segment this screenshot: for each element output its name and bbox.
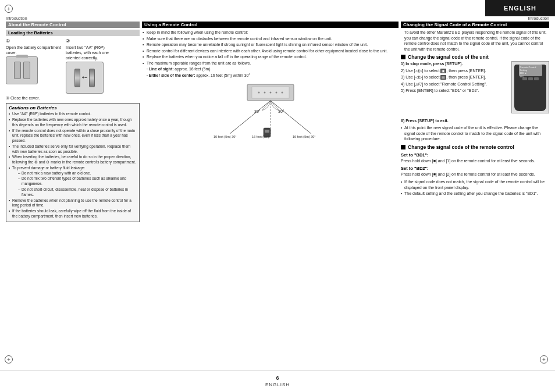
svg-text:30°: 30°	[254, 109, 261, 113]
step6-label: 6) Press [SETUP] to exit.	[401, 118, 549, 124]
caution-item: When inserting the batteries, be careful…	[9, 155, 137, 165]
language-bar: ENGLISH	[485, 0, 555, 16]
subsection1-title: Change the signal code of the unit	[408, 54, 489, 60]
caution-item: Replace the batteries with new ones appr…	[9, 117, 137, 128]
battery-plus: +−	[82, 75, 87, 80]
set-bd2-label: Set to "BD2":	[401, 166, 549, 171]
remote-body: Remote Control Setting BD1 ● BD2	[514, 65, 546, 111]
footer-page-number: 6	[276, 375, 279, 381]
either-side-label: · Either side of the center:	[147, 73, 195, 77]
step6-area: 6) Press [SETUP] to exit. • At this poin…	[401, 118, 549, 142]
svg-point-2	[258, 92, 259, 94]
cautions-list: Use "AA" (R6P) batteries in this remote …	[9, 112, 137, 219]
svg-point-5	[275, 92, 277, 94]
corner-decoration-tl	[5, 5, 15, 15]
section-title-about-remote: About the Remote Control	[6, 22, 140, 28]
mid-body: Keep in mind the following when using th…	[142, 30, 399, 78]
svg-line-8	[271, 101, 311, 134]
caution-item: If the batteries should leak, carefully …	[9, 209, 137, 219]
set-bd2-desc: Press hold down [■] and [2] on the remot…	[401, 172, 549, 177]
remote-buttons	[514, 77, 546, 80]
caution-item: The included batteries serve only for ve…	[9, 144, 137, 155]
mid-section-title: Using a Remote Control	[142, 22, 399, 28]
battery-insert-image: +−	[66, 62, 104, 94]
set-bd1-desc: Press hold down [■] and [1] on the remot…	[401, 158, 549, 164]
mid-bullet: The maximum operable ranges from the uni…	[142, 60, 399, 66]
step3-label: Close the cover.	[10, 96, 40, 100]
cautions-title: Cautions on Batteries	[9, 105, 137, 111]
square-icon-2	[401, 145, 405, 149]
step-1: ① Open the battery compartment cover.	[6, 38, 61, 94]
caution-sub-item: Do not mix two different types of batter…	[18, 176, 137, 187]
subsection1-header: Change the signal code of the unit	[401, 54, 549, 60]
cautions-box: Cautions on Batteries Use "AA" (R6P) bat…	[6, 103, 140, 222]
battery-2	[89, 69, 95, 87]
language-label: ENGLISH	[504, 5, 536, 12]
header-right: Introduction	[528, 16, 549, 20]
note-2: The default setting and the setting afte…	[401, 191, 549, 197]
step1-text: Open the battery compartment cover.	[6, 45, 61, 55]
svg-text:16 feet (5m) 30°: 16 feet (5m) 30°	[293, 135, 316, 138]
remote-btn-1	[522, 77, 527, 80]
svg-point-3	[264, 92, 265, 94]
subsection2-header: Change the signal code of the remote con…	[401, 144, 549, 150]
battery-slot-2	[23, 62, 30, 79]
caution-item: Use "AA" (R6P) batteries in this remote …	[9, 112, 137, 117]
remote-btn-2	[528, 77, 533, 80]
mid-bullet: Replace the batteries when you notice a …	[142, 54, 399, 60]
caution-item: To prevent damage or battery fluid leaka…	[9, 166, 137, 198]
caution-item: If the remote control does not operate w…	[9, 129, 137, 144]
line-of-sight-label: · Line of sight:	[147, 67, 173, 71]
range-svg: 30° 30° 16 feet (5m) 30° 16 feet (5m) 16…	[212, 81, 329, 140]
right-column: Changing the Signal Code of a Remote Con…	[401, 22, 549, 366]
remote-image: Remote Control Setting BD1 ● BD2	[511, 61, 549, 113]
mid-bullet: Remote operation may become unreliable i…	[142, 42, 399, 48]
subsection2-title: Change the signal code of the remote con…	[408, 144, 514, 150]
step2-text: Insert two "AA" (R6P) batteries, with ea…	[66, 45, 121, 60]
footer: 6 ENGLISH	[0, 370, 555, 392]
svg-text:30°: 30°	[278, 109, 284, 113]
range-diagram: 30° 30° 16 feet (5m) 30° 16 feet (5m) 16…	[142, 81, 399, 140]
remote-btn-3	[534, 77, 539, 80]
middle-column: Using a Remote Control Keep in mind the …	[142, 22, 399, 366]
battery-slot-1	[14, 62, 21, 79]
header-row: Introduction Introduction	[6, 16, 549, 20]
right-intro: To avoid the other Marantz's BD players …	[401, 30, 549, 52]
svg-point-6	[281, 92, 283, 94]
either-side-row: · Either side of the center: approx. 16 …	[142, 73, 399, 79]
remote-screen: Remote Control Setting BD1 ● BD2	[519, 65, 542, 76]
header-left: Introduction	[6, 16, 27, 20]
cautions-sub-list: Do not mix a new battery with an old one…	[12, 171, 137, 198]
mid-bullet: Make sure that there are no obstacles be…	[142, 36, 399, 42]
mid-bullet: Remote control for different devices can…	[142, 48, 399, 54]
subsection-title-loading: Loading the Batteries	[6, 30, 140, 36]
step6-desc: • At this point the new signal code of t…	[401, 125, 549, 142]
svg-text:16 feet (5m): 16 feet (5m)	[252, 135, 269, 138]
right-section-title: Changing the Signal Code of a Remote Con…	[401, 22, 549, 28]
square-icon-1	[401, 55, 405, 59]
line-of-sight-value: approx. 16 feet (5m)	[175, 67, 210, 71]
step2-num: ②	[66, 38, 70, 44]
battery-1	[74, 69, 80, 87]
signal-section: Set to "BD1": Press hold down [■] and [1…	[401, 152, 549, 177]
footer-language-label: ENGLISH	[265, 382, 290, 387]
step3-num: ③	[6, 96, 9, 100]
note-bullets: If the signal code does not match, the s…	[401, 179, 549, 197]
mid-bullet: Keep in mind the following when using th…	[142, 30, 399, 35]
right-intro-text: To avoid the other Marantz's BD players …	[401, 30, 549, 52]
battery-compartment-image	[6, 56, 38, 84]
line-of-sight-row: · Line of sight: approx. 16 feet (5m)	[142, 66, 399, 72]
caution-sub-item: Do not mix a new battery with an old one…	[18, 171, 137, 176]
remote-image-container: Remote Control Setting BD1 ● BD2	[509, 61, 549, 116]
note-1: If the signal code does not match, the s…	[401, 179, 549, 191]
svg-point-4	[269, 92, 271, 94]
left-column: About the Remote Control Loading the Bat…	[6, 22, 140, 366]
step3-text: ③ Close the cover.	[6, 96, 140, 101]
caution-item: Remove the batteries when not planning t…	[9, 198, 137, 209]
caution-sub-item: Do not short-circuit, disassemble, heat …	[18, 187, 137, 198]
main-content: Introduction Introduction About the Remo…	[6, 16, 549, 366]
columns-container: About the Remote Control Loading the Bat…	[6, 22, 549, 366]
svg-text:16 feet (5m) 30°: 16 feet (5m) 30°	[214, 135, 237, 138]
step1-num: ①	[6, 38, 10, 44]
either-side-value: approx. 16 feet (5m) within 30°	[196, 73, 250, 77]
